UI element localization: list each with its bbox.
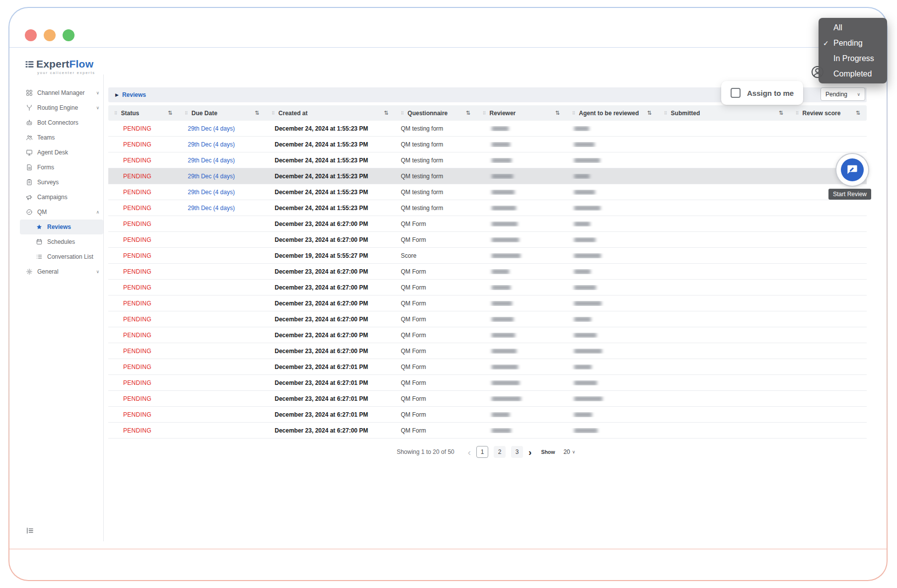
page-button-1[interactable]: 1 <box>476 446 488 458</box>
drag-handle-icon[interactable]: ⠿ <box>572 111 576 116</box>
sidebar-item-routing-engine[interactable]: Routing Engine∨ <box>20 100 103 115</box>
due-date-link[interactable]: 29th Dec (4 days) <box>188 189 235 196</box>
table-row[interactable]: PENDINGDecember 23, 2024 at 6:27:00 PMQM… <box>108 327 867 343</box>
drag-handle-icon[interactable]: ⠿ <box>483 111 486 116</box>
drag-handle-icon[interactable]: ⠿ <box>796 111 799 116</box>
status-filter-select[interactable]: Pending ∨ <box>821 87 865 101</box>
minimize-window-button[interactable] <box>44 29 56 41</box>
table-row[interactable]: PENDINGDecember 23, 2024 at 6:27:01 PMQM… <box>108 375 867 391</box>
maximize-window-button[interactable] <box>63 29 75 41</box>
due-date-link[interactable]: 29th Dec (4 days) <box>188 125 235 132</box>
assign-to-me-checkbox[interactable] <box>731 88 741 98</box>
table-row[interactable]: PENDINGDecember 23, 2024 at 6:27:00 PMQM… <box>108 343 867 359</box>
due-date-link[interactable]: 29th Dec (4 days) <box>188 141 235 148</box>
sort-icon[interactable]: ⇅ <box>555 110 560 116</box>
table-row[interactable]: PENDING29th Dec (4 days)December 24, 202… <box>108 200 867 216</box>
table-row[interactable]: PENDINGDecember 23, 2024 at 6:27:00 PMQM… <box>108 280 867 295</box>
campaigns-icon <box>26 194 33 201</box>
table-row[interactable]: PENDINGDecember 23, 2024 at 6:27:00 PMQM… <box>108 311 867 327</box>
due-date-link[interactable]: 29th Dec (4 days) <box>188 173 235 180</box>
sidebar-item-qm[interactable]: QM∧ <box>20 205 103 220</box>
close-window-button[interactable] <box>25 29 37 41</box>
sidebar-item-campaigns[interactable]: Campaigns <box>20 190 103 205</box>
table-row[interactable]: PENDINGDecember 23, 2024 at 6:27:00 PMQM… <box>108 264 867 280</box>
questionnaire-cell: QM Form <box>395 268 477 275</box>
table-row[interactable]: PENDINGDecember 23, 2024 at 6:27:01 PMQM… <box>108 359 867 375</box>
column-header-submitted[interactable]: ⠿Submitted⇅ <box>658 105 790 121</box>
due-date-link[interactable]: 29th Dec (4 days) <box>188 157 235 164</box>
reviewer-cell <box>477 428 566 433</box>
next-page-icon[interactable]: › <box>528 447 531 457</box>
sidebar-item-surveys[interactable]: Surveys <box>20 175 103 190</box>
page-button-2[interactable]: 2 <box>494 446 506 458</box>
sort-icon[interactable]: ⇅ <box>779 110 783 116</box>
reviewer-cell <box>477 349 566 354</box>
sidebar-item-label: Bot Connectors <box>37 119 99 126</box>
sidebar-item-bot-connectors[interactable]: Bot Connectors <box>20 115 103 130</box>
page-size-select[interactable]: 20 ∨ <box>560 447 578 457</box>
table-row[interactable]: PENDING29th Dec (4 days)December 24, 202… <box>108 121 867 137</box>
sort-icon[interactable]: ⇅ <box>466 110 470 116</box>
table-row[interactable]: PENDING29th Dec (4 days)December 24, 202… <box>108 184 867 200</box>
drag-handle-icon[interactable]: ⠿ <box>664 111 668 116</box>
table-row[interactable]: PENDINGDecember 23, 2024 at 6:27:01 PMQM… <box>108 391 867 407</box>
column-header-reviewer[interactable]: ⠿Reviewer⇅ <box>477 105 566 121</box>
redacted-text <box>492 365 518 369</box>
table-row[interactable]: PENDING29th Dec (4 days)December 24, 202… <box>108 168 867 184</box>
sidebar-item-conversation-list[interactable]: Conversation List <box>20 249 103 264</box>
agent-cell <box>566 237 658 242</box>
menu-item-completed[interactable]: Completed <box>819 66 887 81</box>
column-header-due-date[interactable]: ⠿Due Date⇅ <box>179 105 266 121</box>
start-review-button[interactable] <box>841 158 864 181</box>
drag-handle-icon[interactable]: ⠿ <box>272 111 275 116</box>
sidebar-item-agent-desk[interactable]: Agent Desk <box>20 145 103 160</box>
sidebar-item-forms[interactable]: Forms <box>20 160 103 175</box>
drag-handle-icon[interactable]: ⠿ <box>114 111 118 116</box>
questionnaire-cell: QM testing form <box>395 125 477 132</box>
column-header-review-score[interactable]: ⠿Review score⇅ <box>790 105 867 121</box>
menu-item-in-progress[interactable]: In Progress <box>819 51 887 66</box>
table-row[interactable]: PENDINGDecember 23, 2024 at 6:27:01 PMQM… <box>108 407 867 423</box>
sort-icon[interactable]: ⇅ <box>856 110 860 116</box>
sidebar-item-reviews[interactable]: Reviews <box>20 220 103 234</box>
table-row[interactable]: PENDING29th Dec (4 days)December 24, 202… <box>108 152 867 168</box>
column-header-created-at[interactable]: ⠿Created at⇅ <box>266 105 395 121</box>
redacted-text <box>492 174 513 179</box>
status-cell: PENDING <box>108 300 179 307</box>
column-header-questionnaire[interactable]: ⠿Questionnaire⇅ <box>395 105 477 121</box>
column-header-status[interactable]: ⠿Status⇅ <box>108 105 179 121</box>
due-date-link[interactable]: 29th Dec (4 days) <box>188 205 235 212</box>
menu-item-pending[interactable]: ✓Pending <box>819 35 887 51</box>
due-date-cell: 29th Dec (4 days) <box>179 157 266 164</box>
sort-icon[interactable]: ⇅ <box>647 110 652 116</box>
menu-item-all[interactable]: All <box>819 20 887 35</box>
table-row[interactable]: PENDINGDecember 23, 2024 at 6:27:00 PMQM… <box>108 423 867 439</box>
drag-handle-icon[interactable]: ⠿ <box>185 111 188 116</box>
sort-icon[interactable]: ⇅ <box>168 110 172 116</box>
sort-icon[interactable]: ⇅ <box>384 110 388 116</box>
drag-handle-icon[interactable]: ⠿ <box>401 111 404 116</box>
table-row[interactable]: PENDING29th Dec (4 days)December 24, 202… <box>108 137 867 152</box>
questionnaire-cell: QM Form <box>395 220 477 227</box>
table-row[interactable]: PENDINGDecember 19, 2024 at 5:55:27 PMSc… <box>108 248 867 264</box>
status-cell: PENDING <box>108 125 179 132</box>
sidebar-item-teams[interactable]: Teams <box>20 130 103 145</box>
table-row[interactable]: PENDINGDecember 23, 2024 at 6:27:00 PMQM… <box>108 232 867 248</box>
sort-icon[interactable]: ⇅ <box>255 110 259 116</box>
table-row[interactable]: PENDINGDecember 23, 2024 at 6:27:00 PMQM… <box>108 295 867 311</box>
forms-icon <box>26 164 33 171</box>
sidebar-item-schedules[interactable]: Schedules <box>20 234 103 249</box>
sidebar-collapse-icon[interactable] <box>26 526 34 535</box>
column-label: Review score <box>803 110 841 117</box>
sidebar-item-channel-manager[interactable]: Channel Manager∨ <box>20 85 103 100</box>
questionnaire-cell: QM Form <box>395 236 477 243</box>
column-header-agent-to-be-reviewed[interactable]: ⠿Agent to be reviewed⇅ <box>566 105 658 121</box>
page-button-3[interactable]: 3 <box>511 446 523 458</box>
status-cell: PENDING <box>108 173 179 180</box>
created-at-cell: December 23, 2024 at 6:27:00 PM <box>266 220 395 227</box>
sidebar-item-general[interactable]: General∨ <box>20 264 103 279</box>
status-cell: PENDING <box>108 364 179 370</box>
table-row[interactable]: PENDINGDecember 23, 2024 at 6:27:00 PMQM… <box>108 216 867 232</box>
breadcrumb[interactable]: Reviews <box>122 91 146 98</box>
previous-page-icon[interactable]: ‹ <box>468 447 471 457</box>
